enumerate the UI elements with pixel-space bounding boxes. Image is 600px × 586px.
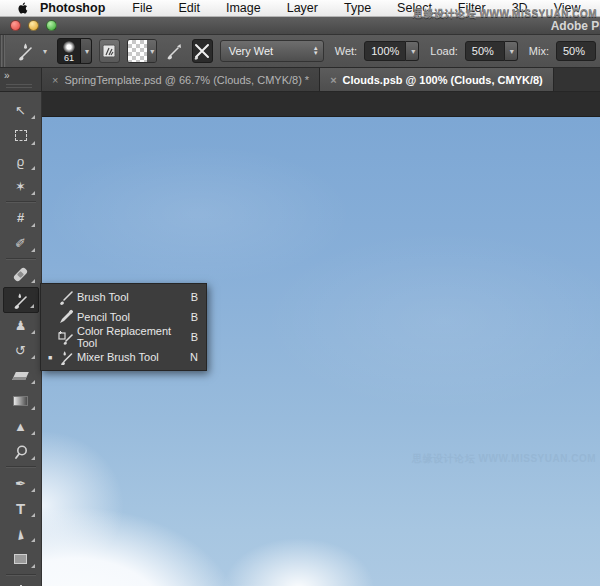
- menu-view[interactable]: View: [541, 0, 594, 17]
- tab-clouds[interactable]: × Clouds.psb @ 100% (Clouds, CMYK/8): [320, 68, 554, 91]
- transparency-checker: [128, 40, 147, 62]
- history-brush-icon: ↺: [15, 343, 26, 358]
- load-brush-icon: [165, 42, 183, 60]
- tool-eyedropper[interactable]: ✐: [3, 231, 39, 256]
- tool-blur[interactable]: ▲: [3, 414, 39, 439]
- load-dropdown[interactable]: ▾: [505, 41, 518, 61]
- gradient-icon: [13, 396, 28, 406]
- menu-item-label: Brush Tool: [77, 291, 186, 303]
- menu-file[interactable]: File: [119, 0, 165, 17]
- tab-springtemplate[interactable]: × SpringTemplate.psd @ 66.7% (Clouds, CM…: [42, 68, 320, 91]
- mixer-brush-tool-icon: [55, 349, 77, 365]
- menu-item-shortcut: N: [186, 351, 198, 363]
- menu-image[interactable]: Image: [213, 0, 274, 17]
- tool-pen[interactable]: ✒: [3, 470, 39, 495]
- move-icon: ↖: [15, 103, 26, 118]
- load-brush-toggle-button[interactable]: [164, 39, 185, 63]
- eyedropper-icon: ✐: [15, 236, 26, 251]
- selected-marker: ■: [45, 354, 55, 361]
- tool-type[interactable]: T: [3, 496, 39, 521]
- current-brush-load-swatch[interactable]: ▾: [127, 39, 157, 63]
- window-title-bar: Adobe Pho: [0, 17, 600, 35]
- menu-select[interactable]: Select: [384, 0, 445, 17]
- minimize-window-button[interactable]: [28, 20, 39, 31]
- tool-mixer-brush-selected[interactable]: [3, 287, 39, 312]
- chevron-down-icon: ▾: [85, 47, 89, 56]
- close-icon[interactable]: ×: [330, 74, 336, 86]
- path-selection-icon: ▲: [15, 523, 25, 545]
- tool-path-selection[interactable]: ▲: [3, 521, 39, 546]
- menu-item-shortcut: B: [186, 291, 198, 303]
- tool-preset-picker[interactable]: ▾: [13, 39, 50, 63]
- panel-grip[interactable]: [6, 82, 32, 88]
- healing-brush-icon: [13, 267, 29, 283]
- wet-dropdown[interactable]: ▾: [406, 41, 419, 61]
- tool-dodge[interactable]: [3, 439, 39, 464]
- useful-mixer-combinations-select[interactable]: Very Wet ▲▼: [220, 40, 324, 62]
- tool-crop[interactable]: #: [3, 205, 39, 230]
- tool-eraser[interactable]: [3, 363, 39, 388]
- menu-item-color-replacement-tool[interactable]: Color Replacement Tool B: [41, 327, 206, 347]
- close-icon[interactable]: ×: [52, 74, 58, 86]
- menu-layer[interactable]: Layer: [274, 0, 331, 17]
- tool-3d-rotate[interactable]: [3, 578, 39, 586]
- brush-tool-icon: [55, 289, 77, 305]
- menu-photoshop[interactable]: Photoshop: [34, 0, 119, 17]
- chevron-down-icon: ▾: [150, 47, 154, 56]
- brush-tools-flyout-menu: Brush Tool B Pencil Tool B Color Replace…: [40, 283, 207, 371]
- tool-lasso[interactable]: ϱ: [3, 149, 39, 174]
- preset-selected-value: Very Wet: [229, 45, 313, 57]
- menu-item-brush-tool[interactable]: Brush Tool B: [41, 287, 206, 307]
- brush-preset-picker[interactable]: 61 ▾: [57, 38, 92, 64]
- brush-panel-icon: [101, 43, 117, 59]
- pen-icon: ✒: [15, 476, 26, 491]
- tool-rectangle-shape[interactable]: [3, 546, 39, 571]
- zoom-window-button[interactable]: [46, 20, 57, 31]
- menu-item-label: Pencil Tool: [77, 311, 186, 323]
- tab-label: Clouds.psb @ 100% (Clouds, CMYK/8): [343, 74, 543, 86]
- tool-rectangular-marquee[interactable]: [3, 123, 39, 148]
- wet-value-field[interactable]: 100%: [364, 41, 406, 61]
- tool-clone-stamp[interactable]: ♟: [3, 313, 39, 338]
- menu-edit[interactable]: Edit: [165, 0, 213, 17]
- toggle-brush-panel-button[interactable]: [99, 39, 120, 63]
- clean-brush-toggle-button[interactable]: [192, 39, 213, 63]
- tool-healing-brush[interactable]: [3, 262, 39, 287]
- type-tool-icon: T: [16, 500, 25, 517]
- tool-history-brush[interactable]: ↺: [3, 338, 39, 363]
- tool-move[interactable]: ↖: [3, 98, 39, 123]
- options-bar-grip[interactable]: [0, 35, 6, 68]
- clone-stamp-icon: ♟: [15, 318, 27, 333]
- apple-menu[interactable]: [12, 2, 34, 14]
- clean-brush-x-icon: [193, 42, 211, 60]
- tools-panel-header: ››: [0, 68, 42, 91]
- swatch-dropdown[interactable]: ▾: [147, 40, 156, 62]
- menu-type[interactable]: Type: [331, 0, 384, 17]
- chevron-down-icon: ▾: [411, 47, 415, 56]
- tool-gradient[interactable]: [3, 388, 39, 413]
- tool-magic-wand[interactable]: ✶: [3, 174, 39, 199]
- crop-icon: #: [17, 210, 24, 225]
- tools-panel: ↖ ϱ ✶ # ✐ ♟ ↺ ▲ ✒ T ▲: [0, 92, 42, 586]
- document-tab-strip: ›› × SpringTemplate.psd @ 66.7% (Clouds,…: [0, 68, 600, 92]
- rectangle-shape-icon: [14, 554, 27, 564]
- mixer-brush-preset-icon: [16, 41, 38, 61]
- tab-label: SpringTemplate.psd @ 66.7% (Clouds, CMYK…: [64, 74, 309, 86]
- toolbar-divider: [6, 258, 36, 260]
- brush-preview-thumb: 61: [58, 39, 80, 63]
- menu-item-mixer-brush-tool[interactable]: ■ Mixer Brush Tool N: [41, 347, 206, 367]
- menu-3d[interactable]: 3D: [499, 0, 541, 17]
- load-value-field[interactable]: 50%: [465, 41, 505, 61]
- menu-item-pencil-tool[interactable]: Pencil Tool B: [41, 307, 206, 327]
- brush-tip-dot: [63, 41, 75, 53]
- menu-item-label: Mixer Brush Tool: [77, 351, 186, 363]
- chevron-down-icon: ▾: [43, 47, 47, 56]
- collapse-panel-icon[interactable]: ››: [4, 70, 9, 81]
- blur-icon: ▲: [14, 419, 27, 434]
- mix-value-field[interactable]: 50%: [556, 41, 596, 61]
- mix-label: Mix:: [529, 45, 549, 57]
- wet-label: Wet:: [335, 45, 357, 57]
- close-window-button[interactable]: [10, 20, 21, 31]
- menu-filter[interactable]: Filter: [445, 0, 499, 17]
- brush-picker-dropdown[interactable]: ▾: [80, 39, 91, 63]
